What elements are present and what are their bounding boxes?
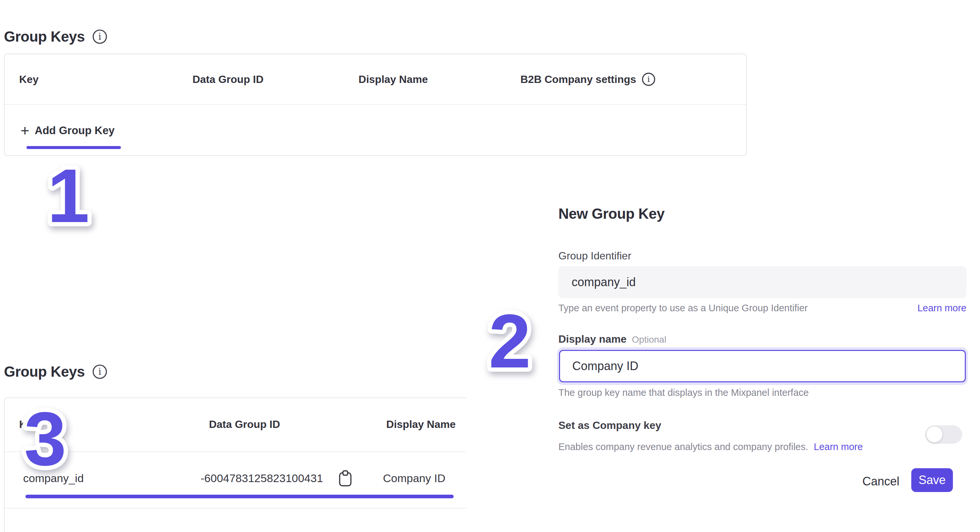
- bottom-section-title-row: Group Keys i: [4, 363, 108, 380]
- company-key-toggle[interactable]: [925, 425, 962, 444]
- company-key-helper-row: Enables company revenue analytics and co…: [558, 441, 863, 452]
- step-1-badge: 1: [25, 156, 111, 245]
- info-icon[interactable]: i: [92, 29, 108, 45]
- svg-text:1: 1: [47, 156, 89, 238]
- company-key-label: Set as Company key: [558, 419, 661, 432]
- toggle-knob: [926, 427, 942, 443]
- group-identifier-helper: Type an event property to use as a Uniqu…: [558, 303, 808, 314]
- page-title: Group Keys: [4, 29, 84, 45]
- svg-text:i: i: [99, 366, 102, 377]
- add-group-key-button[interactable]: + Add Group Key: [21, 123, 115, 138]
- svg-text:i: i: [99, 31, 102, 41]
- row-highlight-underline: [25, 495, 453, 498]
- column-header-key: Key: [19, 73, 39, 86]
- info-icon[interactable]: i: [92, 364, 108, 380]
- save-button[interactable]: Save: [911, 468, 953, 492]
- svg-text:2: 2: [489, 301, 531, 384]
- row-data-group-id-cell: -6004783125823100431: [200, 472, 323, 485]
- table-row-divider: [5, 508, 466, 508]
- column-header-data-group-id: Data Group ID: [209, 418, 280, 430]
- optional-label: Optional: [632, 334, 666, 345]
- company-key-helper: Enables company revenue analytics and co…: [558, 441, 808, 452]
- form-title: New Group Key: [558, 205, 665, 222]
- group-identifier-label: Group Identifier: [558, 250, 632, 262]
- svg-text:3: 3: [24, 399, 67, 481]
- info-icon[interactable]: i: [641, 72, 656, 87]
- step-3-badge: 3: [2, 399, 88, 488]
- display-name-label: Display name: [558, 333, 627, 345]
- display-name-input[interactable]: [559, 350, 966, 382]
- top-section-title-row: Group Keys i: [4, 29, 108, 45]
- column-header-display-name: Display Name: [386, 418, 456, 430]
- group-identifier-helper-row: Type an event property to use as a Uniqu…: [558, 303, 966, 314]
- group-keys-table: [4, 54, 747, 156]
- cancel-button[interactable]: Cancel: [862, 475, 899, 488]
- group-identifier-input[interactable]: [558, 266, 966, 298]
- copy-icon[interactable]: [338, 470, 353, 487]
- step-2-badge: 2: [467, 301, 553, 390]
- learn-more-link[interactable]: Learn more: [814, 441, 863, 452]
- display-name-label-row: Display name Optional: [558, 333, 667, 345]
- column-header-b2b-settings: B2B Company settings i: [520, 72, 656, 87]
- display-name-helper: The group key name that displays in the …: [558, 387, 809, 398]
- add-group-key-underline: [26, 146, 121, 149]
- plus-icon: +: [21, 123, 29, 138]
- table-header-divider: [5, 104, 746, 105]
- svg-text:i: i: [647, 74, 650, 84]
- group-keys-settings-page: Group Keys i Key Data Group ID Display N…: [0, 0, 980, 532]
- learn-more-link[interactable]: Learn more: [918, 303, 966, 314]
- row-display-name-cell: Company ID: [383, 472, 445, 485]
- page-title: Group Keys: [4, 363, 84, 380]
- column-header-data-group-id: Data Group ID: [192, 73, 263, 86]
- column-header-display-name: Display Name: [358, 73, 428, 86]
